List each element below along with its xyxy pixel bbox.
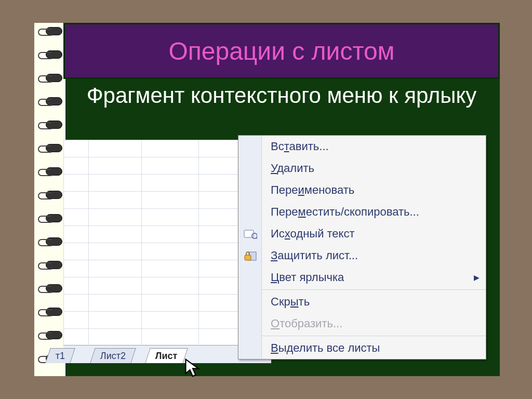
menu-tab-color[interactable]: Цвет ярлычка▶ [261, 267, 486, 288]
view-code-icon [244, 228, 257, 240]
slide: Операции с листом Фрагмент контекстного … [34, 23, 500, 376]
sheet-tab-1[interactable]: т1 [45, 348, 75, 363]
sheet-tab-2[interactable]: Лист2 [90, 348, 136, 363]
protect-sheet-icon [244, 250, 257, 261]
title-bar: Операции с листом [63, 23, 500, 79]
submenu-arrow-icon: ▶ [474, 267, 480, 288]
cursor-icon [184, 358, 202, 380]
spiral-binding [34, 23, 65, 376]
menu-move-copy[interactable]: Переместить/скопировать... [261, 201, 486, 223]
menu-rename[interactable]: Переименовать [261, 179, 486, 201]
menu-delete[interactable]: Удалить [261, 157, 486, 179]
context-menu-icon-column [238, 136, 262, 359]
menu-view-code[interactable]: Исходный текст [261, 223, 486, 245]
svg-rect-4 [245, 255, 251, 260]
menu-separator [261, 336, 486, 336]
menu-hide[interactable]: Скрыть [261, 291, 486, 313]
subtitle-text: Фрагмент контекстного меню к ярлыку [63, 79, 500, 113]
context-menu: Вставить... Удалить Переименовать Переме… [238, 135, 486, 360]
sheet-tab-3-active[interactable]: Лист [145, 348, 188, 363]
menu-separator [261, 289, 486, 290]
menu-protect-sheet[interactable]: Защитить лист... [261, 245, 486, 267]
menu-unhide: Отобразить... [261, 313, 486, 335]
menu-select-all-sheets[interactable]: Выделить все листы [261, 337, 486, 359]
menu-insert[interactable]: Вставить... [261, 136, 486, 157]
svg-line-2 [256, 237, 257, 239]
title-text: Операции с листом [168, 37, 394, 65]
